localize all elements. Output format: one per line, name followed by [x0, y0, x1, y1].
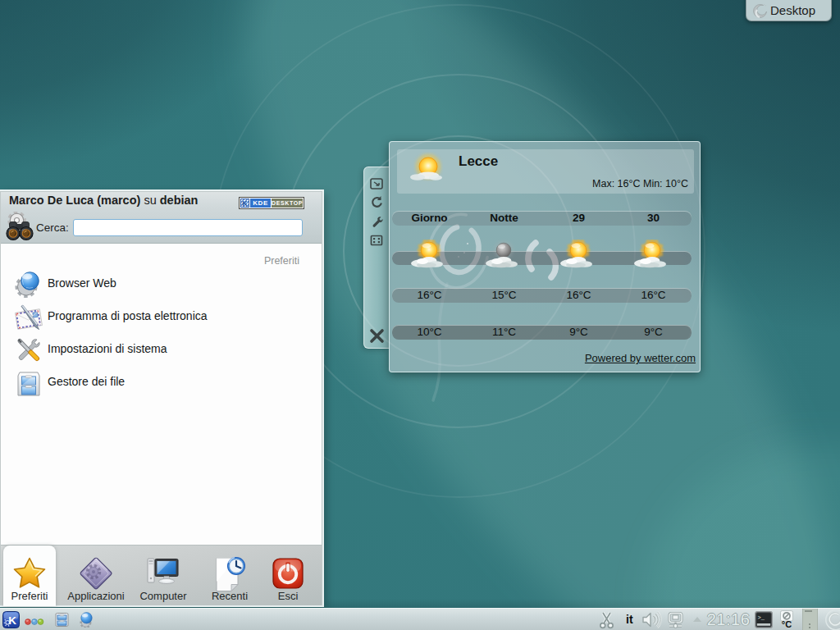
svg-text:>_: >_ — [758, 614, 765, 621]
svg-text:K: K — [8, 614, 16, 627]
